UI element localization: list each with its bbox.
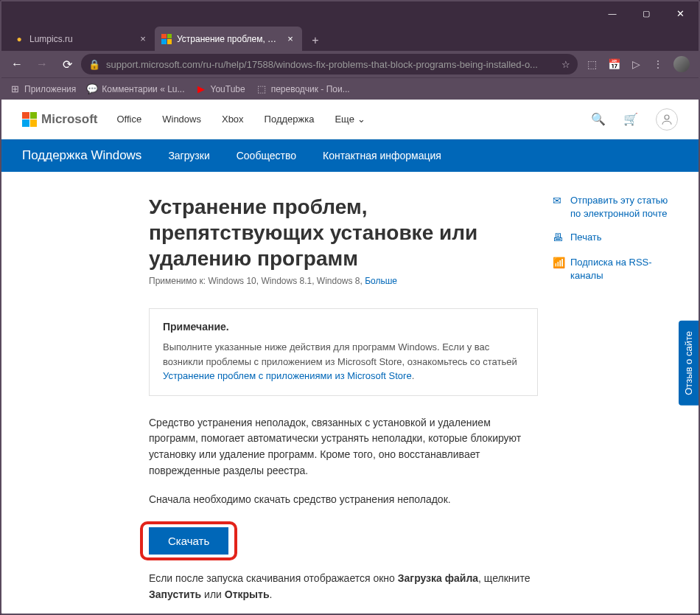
close-icon[interactable]: × — [137, 33, 149, 45]
user-avatar[interactable] — [656, 108, 678, 131]
back-button[interactable]: ← — [6, 53, 28, 75]
reload-button[interactable]: ⟳ — [56, 53, 78, 75]
email-icon: ✉ — [553, 194, 564, 220]
print-link[interactable]: 🖶Печать — [553, 231, 678, 246]
tab-title: Устранение проблем, препятст — [177, 34, 280, 44]
note-title: Примечание. — [163, 321, 524, 333]
search-icon[interactable]: 🔍 — [591, 112, 606, 126]
article-sidebar: ✉Отправить эту статью по электронной поч… — [553, 194, 678, 614]
cart-icon[interactable]: 🛒 — [623, 112, 638, 126]
svg-point-0 — [665, 115, 669, 119]
tab-ms-support[interactable]: Устранение проблем, препятст × — [155, 27, 302, 51]
lock-icon: 🔒 — [88, 59, 100, 70]
nav-xbox[interactable]: Xbox — [222, 114, 244, 125]
window-close[interactable]: ✕ — [663, 1, 697, 25]
applies-more-link[interactable]: Больше — [365, 276, 397, 286]
support-subnav: Поддержка Windows Загрузки Сообщество Ко… — [1, 139, 699, 172]
apps-bookmark[interactable]: ⊞Приложения — [9, 83, 76, 95]
window-maximize[interactable]: ▢ — [629, 1, 663, 25]
nav-windows[interactable]: Windows — [162, 114, 201, 125]
translator-bookmark[interactable]: ⬚переводчик - Пои... — [256, 83, 350, 95]
tab-title: Lumpics.ru — [29, 34, 133, 44]
applies-to: Применимо к: Windows 10, Windows 8.1, Wi… — [149, 276, 538, 286]
window-minimize[interactable]: — — [595, 1, 629, 25]
extension-icon[interactable]: ⬚ — [585, 58, 598, 71]
paragraph-3: Если после запуска скачивания отображает… — [149, 571, 538, 602]
comments-bookmark[interactable]: 💬Комментарии « Lu... — [86, 83, 184, 95]
new-tab-button[interactable]: + — [305, 30, 326, 51]
forward-button[interactable]: → — [31, 53, 53, 75]
note-text: Выполните указанные ниже действия для пр… — [163, 340, 524, 383]
nav-more[interactable]: Еще ⌄ — [335, 114, 365, 125]
favicon-icon — [161, 33, 172, 45]
article-title: Устранение проблем, препятствующих устан… — [149, 194, 538, 271]
feedback-tab[interactable]: Отзыв о сайте — [679, 321, 699, 406]
apps-icon: ⊞ — [9, 83, 21, 95]
tab-strip: ● Lumpics.ru × Устранение проблем, препя… — [1, 25, 699, 51]
note-box: Примечание. Выполните указанные ниже дей… — [149, 308, 538, 396]
favicon-icon: ● — [13, 33, 25, 45]
email-article-link[interactable]: ✉Отправить эту статью по электронной поч… — [553, 194, 678, 220]
nav-office[interactable]: Office — [117, 114, 142, 125]
rss-icon: 📶 — [553, 256, 564, 282]
close-icon[interactable]: × — [284, 33, 296, 45]
subnav-contact[interactable]: Контактная информация — [323, 150, 441, 161]
star-icon[interactable]: ☆ — [561, 59, 570, 70]
ms-header: Microsoft Office Windows Xbox Поддержка … — [1, 100, 699, 139]
address-bar[interactable]: 🔒 support.microsoft.com/ru-ru/help/17588… — [81, 54, 578, 74]
tab-lumpics[interactable]: ● Lumpics.ru × — [7, 27, 155, 51]
download-button[interactable]: Скачать — [149, 527, 228, 555]
play-extension-icon[interactable]: ▷ — [629, 58, 643, 71]
nav-support[interactable]: Поддержка — [265, 114, 315, 125]
ms-logo-icon — [22, 112, 37, 127]
rss-link[interactable]: 📶Подписка на RSS-каналы — [553, 256, 678, 282]
translator-icon: ⬚ — [256, 83, 267, 95]
profile-avatar[interactable] — [673, 56, 690, 72]
paragraph-2: Сначала необходимо скачать средство устр… — [149, 492, 538, 508]
chevron-down-icon: ⌄ — [357, 114, 365, 125]
youtube-bookmark[interactable]: ▶YouTube — [195, 83, 245, 95]
subnav-downloads[interactable]: Загрузки — [168, 150, 209, 161]
youtube-icon: ▶ — [195, 83, 207, 95]
subnav-community[interactable]: Сообщество — [237, 150, 296, 161]
url-text: support.microsoft.com/ru-ru/help/17588/w… — [106, 59, 556, 70]
menu-icon[interactable]: ⋮ — [651, 58, 665, 71]
support-title[interactable]: Поддержка Windows — [22, 148, 141, 163]
store-troubleshoot-link[interactable]: Устранение проблем с приложениями из Mic… — [163, 370, 412, 381]
microsoft-logo[interactable]: Microsoft — [22, 112, 98, 127]
bookmarks-bar: ⊞Приложения 💬Комментарии « Lu... ▶YouTub… — [1, 77, 699, 100]
paragraph-1: Средство устранения неполадок, связанных… — [149, 415, 538, 479]
calendar-extension-icon[interactable]: 📅 — [607, 58, 620, 71]
print-icon: 🖶 — [553, 231, 564, 246]
article-main: Устранение проблем, препятствующих устан… — [149, 194, 538, 614]
comment-icon: 💬 — [86, 83, 98, 95]
